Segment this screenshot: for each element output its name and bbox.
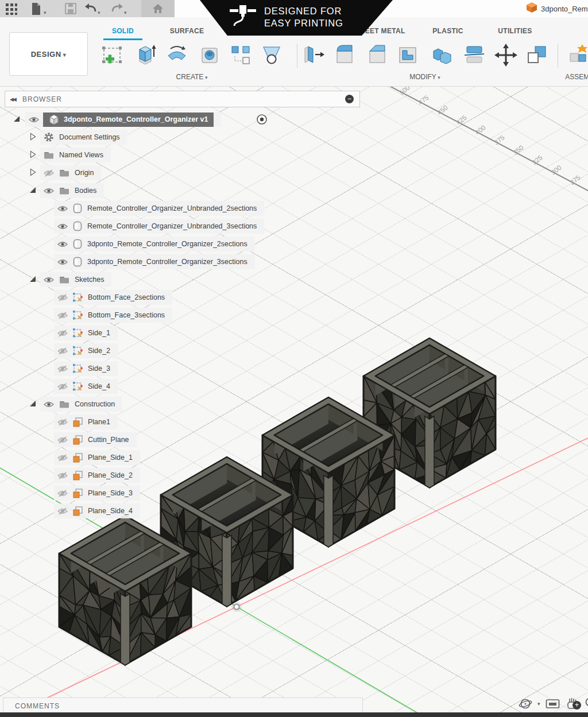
expanded-icon	[29, 186, 37, 194]
tree-item-plane-side-1[interactable]: Plane_Side_1	[0, 449, 379, 466]
activate-component-radio[interactable]	[256, 114, 268, 125]
tree-item-remote-controller-organizer-unbranded-3sections[interactable]: Remote_Controller_Organizer_Unbranded_3s…	[0, 218, 379, 234]
tree-item-3dponto-remote-controller-organizer-3sections[interactable]: 3dponto_Remote_Controller_Organizer_3sec…	[0, 254, 379, 270]
collapse-arrow-icon[interactable]	[29, 186, 38, 195]
press-pull-tool[interactable]	[300, 42, 326, 68]
visibility-off-eye-icon[interactable]	[57, 418, 68, 426]
combine-tool[interactable]	[429, 42, 455, 68]
revolve-tool[interactable]	[164, 42, 190, 68]
redo-dropdown-caret[interactable]	[124, 6, 130, 12]
tab-surface[interactable]: SURFACE	[163, 25, 211, 37]
app-grid-button[interactable]	[5, 2, 18, 16]
undo-dropdown-caret[interactable]	[98, 6, 103, 12]
visibility-on-eye-icon[interactable]	[57, 223, 68, 230]
tree-item-plane-side-4[interactable]: Plane_Side_4	[0, 503, 379, 519]
section-modify[interactable]: MODIFY	[396, 73, 454, 82]
new-component-tool[interactable]	[566, 42, 588, 68]
chamfer-tool[interactable]	[364, 42, 390, 68]
hole-tool[interactable]	[196, 42, 223, 68]
look-at-tool[interactable]	[546, 697, 560, 710]
create-sketch-tool[interactable]	[99, 42, 125, 68]
visibility-on-eye-icon[interactable]	[57, 258, 68, 266]
tree-item-origin[interactable]: Origin	[0, 165, 379, 181]
visibility-off-eye-icon[interactable]	[44, 169, 54, 177]
body-icon	[73, 239, 82, 249]
tree-item-remote-controller-organizer-unbranded-2sections[interactable]: Remote_Controller_Organizer_Unbranded_2s…	[0, 200, 379, 216]
collapse-arrow-icon[interactable]	[13, 115, 22, 124]
visibility-on-eye-icon[interactable]	[44, 276, 54, 284]
visibility-off-eye-icon[interactable]	[57, 472, 68, 479]
plane-icon	[73, 435, 83, 445]
split-body-tool[interactable]	[461, 42, 488, 68]
visibility-off-eye-icon[interactable]	[57, 330, 68, 337]
visibility-off-eye-icon[interactable]	[57, 454, 68, 462]
tree-item-document-settings[interactable]: Document Settings	[0, 129, 379, 145]
collapse-arrow-icon[interactable]	[29, 275, 38, 284]
tree-item-plane1[interactable]: Plane1	[0, 414, 379, 430]
visibility-on-eye-icon[interactable]	[57, 205, 68, 212]
tab-solid[interactable]: SOLID	[103, 25, 142, 37]
extrude-tool[interactable]	[132, 42, 158, 68]
section-assemble[interactable]: ASSEMBLE	[554, 73, 588, 82]
section-create[interactable]: CREATE	[163, 73, 220, 82]
tree-item-plane-side-2[interactable]: Plane_Side_2	[0, 467, 379, 483]
visibility-off-eye-icon[interactable]	[57, 507, 68, 515]
tree-item-construction[interactable]: Construction	[0, 396, 379, 412]
visibility-off-eye-icon[interactable]	[57, 312, 68, 319]
tree-item-bodies[interactable]: Bodies	[0, 183, 379, 199]
visibility-on-eye-icon[interactable]	[29, 116, 39, 123]
expand-arrow-icon[interactable]	[29, 150, 38, 160]
visibility-off-eye-icon[interactable]	[57, 383, 68, 390]
visibility-on-eye-icon[interactable]	[57, 241, 68, 248]
tree-item-3dponto-remote-controller-organizer-v1[interactable]: 3dponto_Remote_Controller_Organizer v1	[0, 111, 379, 127]
tree-item-side-4[interactable]: Side_4	[0, 378, 379, 394]
add-comment-button[interactable]	[572, 701, 581, 710]
tree-item-side-1[interactable]: Side_1	[0, 325, 379, 341]
tab-plastic[interactable]: PLASTIC	[428, 25, 468, 37]
component-cube-icon	[526, 2, 537, 13]
undo-button[interactable]	[84, 2, 98, 16]
tree-item-named-views[interactable]: Named Views	[0, 147, 379, 163]
tree-item-sketches[interactable]: Sketches	[0, 272, 379, 288]
tree-item-cuttin-plane[interactable]: Cuttin_Plane	[0, 432, 379, 448]
file-new-dropdown-caret[interactable]	[44, 6, 49, 12]
orbit-tool[interactable]	[519, 697, 532, 711]
redo-button[interactable]	[110, 2, 124, 16]
tab-utilities[interactable]: UTILITIES	[493, 25, 537, 37]
visibility-off-eye-icon[interactable]	[57, 294, 68, 301]
redo-icon	[110, 2, 124, 14]
browser-header[interactable]: BROWSER	[5, 91, 360, 107]
expand-arrow-icon[interactable]	[29, 168, 38, 177]
visibility-off-eye-icon[interactable]	[57, 347, 68, 355]
home-tab[interactable]	[141, 0, 175, 17]
align-tool[interactable]	[524, 42, 550, 68]
orbit-dropdown-caret[interactable]: ▾	[537, 701, 540, 707]
save-button[interactable]	[64, 2, 78, 16]
expand-arrow-icon[interactable]	[29, 133, 38, 142]
fillet-tool[interactable]	[331, 42, 358, 68]
tree-item-side-2[interactable]: Side_2	[0, 343, 379, 359]
move-tool[interactable]	[493, 42, 519, 68]
document-tab[interactable]: 3dponto_Remo	[526, 0, 588, 17]
rectangular-pattern-tool[interactable]	[227, 42, 254, 68]
minimize-browser-button[interactable]	[345, 95, 354, 103]
tree-item-bottom-face-3sections[interactable]: Bottom_Face_3sections	[0, 307, 379, 323]
plane-icon	[73, 489, 83, 498]
visibility-off-eye-icon[interactable]	[57, 365, 68, 373]
collapse-panel-icon[interactable]	[10, 96, 22, 102]
zoom-tool[interactable]	[585, 697, 588, 711]
tree-item-bottom-face-2sections[interactable]: Bottom_Face_2sections	[0, 289, 379, 305]
shell-tool[interactable]	[394, 42, 421, 68]
tree-item-side-3[interactable]: Side_3	[0, 361, 379, 377]
tree-item-3dponto-remote-controller-organizer-2sections[interactable]: 3dponto_Remote_Controller_Organizer_2sec…	[0, 236, 379, 252]
collapse-arrow-icon[interactable]	[29, 400, 38, 409]
visibility-on-eye-icon[interactable]	[44, 187, 54, 195]
loft-tool[interactable]	[258, 42, 285, 68]
file-new-button[interactable]	[30, 2, 44, 16]
visibility-off-eye-icon[interactable]	[57, 436, 68, 444]
tree-item-plane-side-3[interactable]: Plane_Side_3	[0, 485, 379, 501]
visibility-off-eye-icon[interactable]	[57, 490, 68, 497]
visibility-on-eye-icon[interactable]	[44, 401, 54, 408]
workspace-selector-button[interactable]: DESIGN	[9, 32, 88, 76]
comments-label: COMMENTS	[15, 702, 60, 710]
